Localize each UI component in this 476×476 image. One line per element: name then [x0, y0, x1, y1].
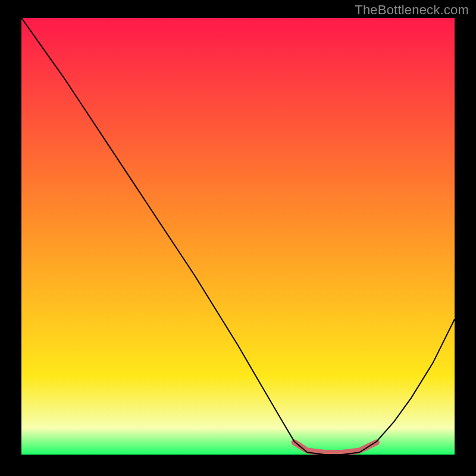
gradient-background — [21, 18, 455, 455]
attribution-text: TheBottleneck.com — [355, 2, 469, 18]
chart-frame: TheBottleneck.com — [0, 0, 476, 476]
plot-svg — [21, 18, 455, 455]
bottleneck-plot — [21, 18, 455, 455]
